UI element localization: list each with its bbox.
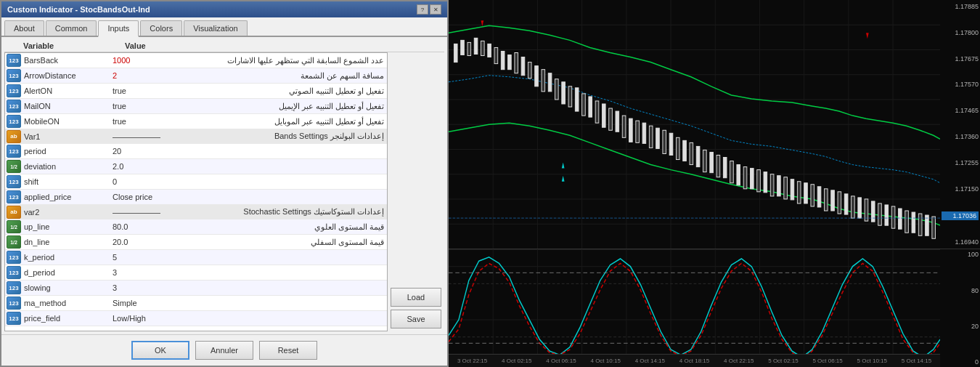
time-label-7: 5 Oct 02:15 (761, 358, 805, 364)
time-axis: 3 Oct 22:15 4 Oct 02:15 4 Oct 06:15 4 Oc… (449, 354, 940, 367)
row-value[interactable]: 20.0 (110, 237, 182, 247)
header-desc (197, 41, 441, 50)
tab-visualization[interactable]: Visualization (184, 20, 248, 36)
row-icon: 123 (7, 84, 21, 97)
svg-rect-89 (918, 214, 922, 235)
table-row: 123MobileONtrueتفعيل أو تعطيل التنبيه عب… (5, 114, 387, 129)
close-button[interactable]: ✕ (430, 4, 441, 15)
time-label-9: 5 Oct 10:15 (850, 358, 894, 364)
svg-rect-63 (743, 167, 747, 189)
dialog-title: Custom Indicator - StocBandsOut-Ind (7, 5, 150, 14)
reset-button[interactable]: Reset (259, 341, 317, 360)
svg-rect-51 (663, 130, 666, 153)
table-wrap: 123BarsBack1000عدد الشموع السابقة التي س… (4, 52, 444, 331)
svg-rect-30 (521, 57, 525, 76)
row-value[interactable]: 20 (110, 146, 182, 156)
row-description (182, 196, 387, 198)
row-value[interactable]: 1000 (110, 55, 182, 65)
row-value[interactable]: Simple (110, 298, 182, 308)
parameters-table[interactable]: 123BarsBack1000عدد الشموع السابقة التي س… (4, 52, 388, 331)
row-description: قيمة المستوى العلوي (182, 222, 387, 233)
row-icon: 1/2 (7, 220, 21, 233)
row-variable-name: BarsBack (23, 55, 110, 65)
main-chart-svg (449, 0, 940, 249)
cancel-button[interactable]: Annuler (195, 341, 253, 360)
table-row: 123ma_methodSimple (5, 296, 387, 311)
row-icon: 123 (7, 145, 21, 158)
svg-rect-31 (528, 62, 531, 78)
row-value[interactable]: 2 (110, 70, 182, 81)
price-label-2: 1.17675 (942, 55, 979, 62)
row-description: مسافة السهم عن الشمعة (182, 70, 387, 81)
svg-rect-73 (811, 185, 814, 206)
svg-rect-32 (535, 66, 539, 86)
svg-rect-74 (817, 187, 821, 207)
row-value[interactable]: true (110, 101, 182, 111)
price-label-4: 1.17465 (942, 107, 979, 114)
row-value[interactable]: 3 (110, 267, 182, 278)
svg-rect-41 (595, 101, 599, 123)
svg-rect-78 (844, 194, 848, 214)
row-value[interactable]: Low/High (110, 313, 182, 323)
dialog-titlebar: Custom Indicator - StocBandsOut-Ind ? ✕ (1, 1, 447, 17)
row-value[interactable]: true (110, 116, 182, 126)
tab-common[interactable]: Common (46, 20, 97, 36)
row-description: تفعيل أو تعطيل التنبيه عبر الموبايل (182, 116, 387, 127)
tab-inputs[interactable]: Inputs (98, 20, 139, 37)
row-icon: ab (7, 206, 21, 219)
svg-rect-79 (852, 196, 855, 218)
price-label-9: 1.16940 (942, 238, 979, 246)
table-row: 123period20 (5, 144, 387, 159)
svg-rect-91 (932, 217, 936, 238)
svg-rect-72 (804, 183, 808, 203)
svg-rect-24 (481, 41, 485, 55)
row-value[interactable]: 2.0 (110, 161, 182, 172)
svg-rect-37 (568, 86, 572, 107)
row-description (182, 272, 387, 273)
row-description (182, 150, 387, 152)
row-variable-name: MobileON (23, 116, 110, 126)
row-value[interactable]: true (110, 86, 182, 96)
svg-rect-47 (636, 121, 640, 142)
table-row: 123ArrowDistance2مسافة السهم عن الشمعة (5, 68, 387, 84)
row-value[interactable]: 0 (110, 177, 182, 187)
svg-rect-22 (467, 42, 471, 55)
tab-about[interactable]: About (4, 20, 44, 36)
tab-colors[interactable]: Colors (140, 20, 182, 36)
price-label-7: 1.17150 (942, 185, 979, 193)
dialog-bottom-buttons: OK Annuler Reset (1, 334, 447, 366)
row-value[interactable]: —————— (110, 132, 182, 142)
save-button[interactable]: Save (391, 310, 441, 328)
svg-rect-20 (454, 44, 457, 62)
row-value[interactable]: 80.0 (110, 222, 182, 232)
sub-chart-svg (449, 249, 940, 367)
svg-rect-39 (582, 94, 586, 116)
row-icon: 123 (7, 281, 21, 294)
main-chart: 1.17885 1.17800 1.17675 1.17570 1.17465 … (449, 0, 980, 249)
load-button[interactable]: Load (391, 288, 441, 307)
help-button[interactable]: ? (417, 4, 428, 15)
row-icon: ab (7, 130, 21, 143)
row-variable-name: price_field (23, 313, 110, 323)
row-variable-name: shift (23, 177, 110, 187)
table-row: 123k_period5 (5, 250, 387, 265)
price-axis: 1.17885 1.17800 1.17675 1.17570 1.17465 … (940, 0, 980, 249)
row-value[interactable]: —————— (110, 207, 182, 217)
svg-rect-68 (777, 176, 781, 196)
row-variable-name: d_period (23, 267, 110, 278)
svg-rect-40 (589, 97, 592, 117)
svg-rect-69 (784, 177, 788, 199)
row-value[interactable]: 5 (110, 252, 182, 262)
row-variable-name: Var1 (23, 132, 110, 142)
row-value[interactable]: 3 (110, 283, 182, 293)
ok-button[interactable]: OK (131, 341, 189, 360)
svg-rect-45 (622, 116, 626, 137)
row-variable-name: applied_price (23, 192, 110, 202)
titlebar-buttons: ? ✕ (417, 4, 441, 15)
row-value[interactable]: Close price (110, 192, 182, 202)
sub-chart: 100 80 20 0 (449, 249, 980, 367)
indicator-dialog: Custom Indicator - StocBandsOut-Ind ? ✕ … (0, 0, 449, 367)
row-icon: 1/2 (7, 235, 21, 249)
svg-rect-50 (656, 128, 660, 148)
svg-rect-67 (770, 174, 774, 196)
